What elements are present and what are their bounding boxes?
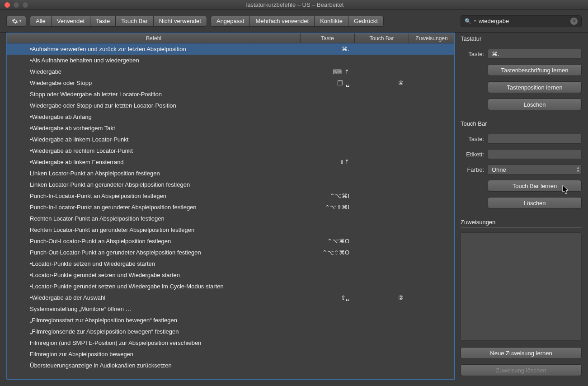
delete-touchbar-button[interactable]: Löschen [488, 197, 582, 209]
table-row[interactable]: Rechten Locator-Punkt an Abspielposition… [7, 213, 454, 224]
learn-key-position-button[interactable]: Tastenposition lernen [488, 81, 582, 93]
tb-etikett-field[interactable] [488, 149, 582, 159]
cell-command: Linken Locator-Punkt an Abspielposition … [7, 170, 301, 177]
sidebar: Tastatur Taste: ⌘. Tastenbeschriftung le… [461, 33, 582, 380]
new-assignment-button[interactable]: Neue Zuweisung lernen [461, 347, 582, 359]
cell-command: Systemeinstellung „Monitore“ öffnen … [7, 306, 301, 312]
tb-key-field[interactable] [488, 134, 582, 144]
cell-command: „Filmregionsende zur Abspielposition bew… [7, 328, 301, 335]
copy-icon: ❐ [337, 80, 343, 87]
tb-key-label: Taste: [461, 136, 484, 142]
cell-command: •Als Aufnahme behalten und wiedergeben [7, 57, 301, 64]
cell-command: •Wiedergabe ab Anfang [7, 113, 301, 120]
cell-touchbar: ② [355, 294, 409, 301]
cell-command: •Wiedergabe ab linkem Fensterrand [7, 159, 301, 165]
filter-konflikte[interactable]: Konflikte [314, 16, 348, 27]
filter-segment-1: AlleVerwendetTasteTouch BarNicht verwend… [30, 16, 207, 27]
table-row[interactable]: Punch-In-Locator-Punkt an gerundeter Abs… [7, 202, 454, 213]
titlebar: Tastaturkurzbefehle – US – Bearbeitet [0, 0, 588, 10]
col-key[interactable]: Taste [301, 33, 355, 43]
delete-assignment-button[interactable]: Zuweisung löschen [461, 364, 582, 376]
cell-command: Punch-In-Locator-Punkt an gerundeter Abs… [7, 204, 301, 211]
search-field[interactable]: 🔍 ▾ ✕ [461, 15, 582, 27]
cell-command: •Wiedergabe ab rechtem Locator-Punkt [7, 147, 301, 154]
table-row[interactable]: •Wiedergabe ab vorherigem Takt [7, 122, 454, 134]
search-input[interactable] [479, 18, 568, 24]
table-row[interactable]: Systemeinstellung „Monitore“ öffnen … [7, 303, 454, 315]
table-row[interactable]: Filmregion zur Abspielposition bewegen [7, 348, 454, 360]
delete-key-button[interactable]: Löschen [488, 99, 582, 110]
table-row[interactable]: Linken Locator-Punkt an gerundeter Abspi… [7, 179, 454, 190]
cell-command: Übersteuerungsanzeige in Audiokanälen zu… [7, 362, 301, 369]
cell-key: ⌃⌥⇧⌘I [301, 204, 355, 211]
table-row[interactable]: •Locator-Punkte gerundet setzen und Wied… [7, 281, 454, 292]
cell-command: •Wiedergabe ab vorherigem Takt [7, 125, 301, 132]
clear-search-button[interactable]: ✕ [570, 18, 578, 25]
key-value-field[interactable]: ⌘. [488, 49, 582, 59]
learn-touchbar-button[interactable]: Touch Bar lernen [488, 180, 582, 192]
filter-touch-bar[interactable]: Touch Bar [115, 16, 153, 27]
cell-key: ⌃⌥⌘O [301, 238, 355, 245]
keyboard-header: Tastatur [461, 35, 582, 44]
cell-command: Filmregion zur Abspielposition bewegen [7, 351, 301, 358]
table-row[interactable]: •Als Aufnahme behalten und wiedergeben [7, 55, 454, 66]
table-row[interactable]: „Filmregionsende zur Abspielposition bew… [7, 326, 454, 337]
cell-command: Stopp oder Wiedergabe ab letzter Locator… [7, 91, 301, 98]
cell-command: Rechten Locator-Punkt an gerundeter Absp… [7, 226, 301, 233]
filter-alle[interactable]: Alle [30, 16, 51, 27]
table-row[interactable]: •Wiedergabe ab linkem Fensterrand⇧⤒ [7, 156, 454, 168]
window-title: Tastaturkurzbefehle – US – Bearbeitet [0, 1, 588, 8]
toolbar: ▾ AlleVerwendetTasteTouch BarNicht verwe… [0, 10, 588, 33]
window: Tastaturkurzbefehle – US – Bearbeitet ▾ … [0, 0, 588, 386]
table-row[interactable]: Filmregion (und SMPTE-Position) zur Absp… [7, 337, 454, 348]
table-row[interactable]: Linken Locator-Punkt an Abspielposition … [7, 168, 454, 179]
tb-farbe-select[interactable]: Ohne [488, 165, 582, 174]
table-row[interactable]: •Wiedergabe ab der Auswahl⇧␣② [7, 292, 454, 303]
keypad-icon: ⌨ [333, 68, 342, 75]
cell-command: Punch-In-Locator-Punkt an Abspielpositio… [7, 193, 301, 199]
cell-command: „Filmregionsstart zur Abspielposition be… [7, 317, 301, 324]
learn-key-label-button[interactable]: Tastenbeschriftung lernen [488, 64, 582, 76]
table-body: •Aufnahme verwerfen und zurück zur letzt… [7, 43, 454, 379]
filter-gedrückt[interactable]: Gedrückt [348, 16, 384, 27]
table-row[interactable]: •Locator-Punkte setzen und Wiedergabe st… [7, 258, 454, 269]
filter-mehrfach-verwendet[interactable]: Mehrfach verwendet [249, 16, 314, 27]
cell-key: ⌘. [301, 46, 355, 52]
cell-key: ⇧⤒ [301, 159, 355, 165]
col-command[interactable]: Befehl [7, 33, 301, 43]
table-row[interactable]: •Wiedergabe ab linkem Locator-Punkt [7, 134, 454, 145]
cell-touchbar: ④ [355, 80, 409, 86]
table-row[interactable]: •Wiedergabe ab rechtem Locator-Punkt [7, 145, 454, 156]
table-row[interactable]: Punch-Out-Locator-Punkt an Abspielpositi… [7, 235, 454, 247]
chevron-down-icon: ▾ [19, 19, 21, 23]
cell-command: •Locator-Punkte gerundet setzen und Wied… [7, 283, 301, 290]
table-row[interactable]: Rechten Locator-Punkt an gerundeter Absp… [7, 224, 454, 235]
filter-angepasst[interactable]: Angepasst [211, 16, 249, 27]
table-row[interactable]: Übersteuerungsanzeige in Audiokanälen zu… [7, 360, 454, 371]
cell-command: •Locator-Punkte gerundet setzen und Wied… [7, 272, 301, 278]
assignments-list[interactable] [461, 232, 582, 341]
cell-command: Punch-Out-Locator-Punkt an gerundeter Ab… [7, 249, 301, 256]
cell-command: •Wiedergabe ab der Auswahl [7, 294, 301, 301]
cell-command: Linken Locator-Punkt an gerundeter Abspi… [7, 181, 301, 188]
filter-nicht-verwendet[interactable]: Nicht verwendet [153, 16, 207, 27]
table-row[interactable]: „Filmregionsstart zur Abspielposition be… [7, 315, 454, 326]
table-row[interactable]: Stopp oder Wiedergabe ab letzter Locator… [7, 89, 454, 100]
commands-table: Befehl Taste Touch Bar Zuweisungen •Aufn… [6, 33, 455, 380]
col-touchbar[interactable]: Touch Bar [355, 33, 409, 43]
cell-key: ⌃⌥⇧⌘O [301, 249, 355, 256]
col-assignments[interactable]: Zuweisungen [409, 33, 454, 43]
filter-verwendet[interactable]: Verwendet [51, 16, 90, 27]
table-row[interactable]: Wiedergabe oder Stopp und zur letzten Lo… [7, 100, 454, 111]
filter-taste[interactable]: Taste [90, 16, 115, 27]
search-icon: 🔍 [465, 18, 471, 24]
table-row[interactable]: Punch-Out-Locator-Punkt an gerundeter Ab… [7, 247, 454, 258]
table-row[interactable]: •Wiedergabe ab Anfang [7, 111, 454, 122]
table-row[interactable]: Wiedergabe oder Stopp❐␣④ [7, 77, 454, 89]
table-row[interactable]: •Locator-Punkte gerundet setzen und Wied… [7, 269, 454, 281]
cell-command: •Wiedergabe ab linkem Locator-Punkt [7, 136, 301, 143]
table-row[interactable]: •Aufnahme verwerfen und zurück zur letzt… [7, 43, 454, 55]
gear-menu-button[interactable]: ▾ [6, 16, 26, 27]
table-row[interactable]: Punch-In-Locator-Punkt an Abspielpositio… [7, 190, 454, 202]
table-row[interactable]: Wiedergabe⌨⤒ [7, 66, 454, 77]
